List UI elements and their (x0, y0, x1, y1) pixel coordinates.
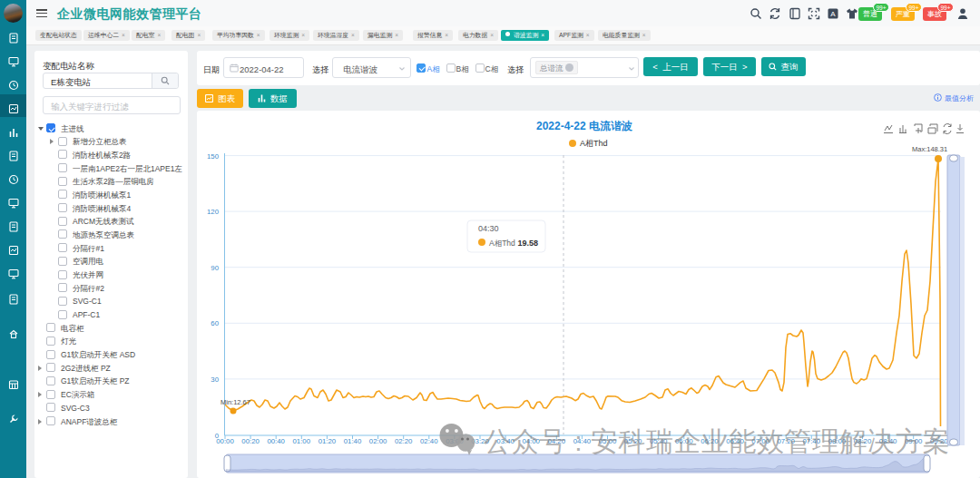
svg-text:04:30: 04:30 (478, 224, 499, 233)
svg-text:01:00: 01:00 (293, 437, 311, 445)
svg-text:19.58: 19.58 (517, 239, 538, 248)
svg-text:01:40: 01:40 (344, 437, 362, 445)
svg-text:2022-4-22 电流谐波: 2022-4-22 电流谐波 (536, 120, 632, 132)
svg-text:02:00: 02:00 (369, 437, 387, 445)
svg-text:00:00: 00:00 (216, 437, 234, 445)
svg-text:150: 150 (207, 152, 220, 161)
svg-text:120: 120 (207, 208, 220, 216)
svg-text:00:40: 00:40 (267, 437, 285, 445)
svg-text:Min:12.67: Min:12.67 (220, 398, 250, 406)
svg-text:A相Thd: A相Thd (580, 139, 608, 148)
svg-text:A: A (830, 10, 836, 18)
svg-text:30: 30 (211, 376, 219, 384)
svg-text:02:40: 02:40 (420, 437, 438, 445)
svg-text:90: 90 (211, 264, 219, 272)
svg-text:02:20: 02:20 (395, 437, 413, 445)
svg-text:Max:148.31: Max:148.31 (912, 145, 947, 153)
svg-text:A相Thd: A相Thd (489, 239, 515, 248)
svg-text:01:20: 01:20 (318, 437, 337, 445)
svg-text:00:20: 00:20 (241, 437, 260, 445)
svg-text:60: 60 (211, 319, 219, 327)
